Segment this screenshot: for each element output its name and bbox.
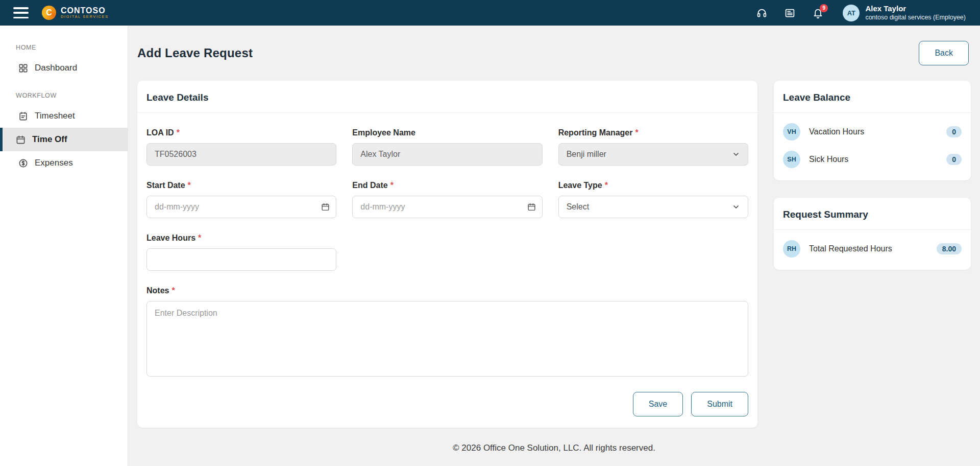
vacation-hours-row: VH Vacation Hours 0 bbox=[774, 118, 971, 146]
user-org: contoso digital services (Employee) bbox=[865, 14, 966, 22]
notes-field: Notes * bbox=[146, 286, 748, 377]
calendar-icon[interactable] bbox=[527, 203, 536, 212]
sidebar-item-expenses[interactable]: Expenses bbox=[0, 151, 128, 175]
required-marker: * bbox=[605, 181, 608, 190]
leave-details-card: Leave Details LOA ID * E bbox=[137, 81, 757, 428]
back-button[interactable]: Back bbox=[919, 41, 969, 65]
leave-type-label: Leave Type bbox=[558, 181, 602, 190]
notes-label: Notes bbox=[146, 286, 169, 295]
reporting-manager-value: Benji miller bbox=[567, 150, 606, 159]
vacation-hours-label: Vacation Hours bbox=[809, 127, 946, 136]
loa-id-field: LOA ID * bbox=[146, 128, 336, 166]
end-date-label: End Date bbox=[352, 181, 387, 190]
hamburger-icon bbox=[13, 7, 29, 9]
main-content: Add Leave Request Back Leave Details LOA… bbox=[128, 26, 980, 466]
sick-hours-value-badge: 0 bbox=[946, 154, 962, 165]
submit-button[interactable]: Submit bbox=[691, 392, 748, 416]
sick-hours-label: Sick Hours bbox=[809, 155, 946, 164]
sidebar-item-timeoff[interactable]: Time Off bbox=[0, 128, 128, 151]
leave-type-field: Leave Type * Select bbox=[558, 181, 748, 218]
time-off-icon bbox=[16, 135, 26, 145]
sick-hours-row: SH Sick Hours 0 bbox=[774, 146, 971, 173]
end-date-input[interactable] bbox=[352, 196, 542, 218]
leave-type-value: Select bbox=[567, 202, 589, 212]
reporting-manager-select[interactable]: Benji miller bbox=[558, 143, 748, 166]
save-button[interactable]: Save bbox=[633, 392, 683, 416]
right-column: Leave Balance VH Vacation Hours 0 SH Sic… bbox=[774, 81, 971, 270]
expenses-dollar-icon bbox=[18, 158, 28, 168]
employee-name-field: Employee Name bbox=[352, 128, 542, 166]
sidebar-section-home: HOME bbox=[0, 39, 128, 56]
brand-name: CONTOSO bbox=[61, 7, 109, 15]
required-marker: * bbox=[188, 181, 191, 190]
sidebar-item-label: Expenses bbox=[35, 158, 73, 168]
menu-toggle-button[interactable] bbox=[13, 7, 29, 18]
contoso-logo: C CONTOSO DIGITAL SERVICES bbox=[42, 6, 109, 20]
user-avatar: AT bbox=[843, 5, 860, 21]
sidebar-item-dashboard[interactable]: Dashboard bbox=[0, 56, 128, 80]
leave-details-title: Leave Details bbox=[146, 92, 748, 103]
top-navbar: C CONTOSO DIGITAL SERVICES 9 AT Alex Tay… bbox=[0, 0, 980, 26]
requested-hours-avatar: RH bbox=[783, 240, 800, 258]
vacation-hours-value-badge: 0 bbox=[946, 126, 962, 137]
user-name: Alex Taylor bbox=[865, 4, 966, 14]
user-menu[interactable]: AT Alex Taylor contoso digital services … bbox=[843, 4, 966, 21]
timesheet-icon bbox=[18, 111, 28, 121]
brand-subtitle: DIGITAL SERVICES bbox=[61, 15, 109, 19]
required-marker: * bbox=[198, 234, 201, 243]
notification-count-badge: 9 bbox=[820, 4, 828, 12]
leave-hours-input[interactable] bbox=[146, 248, 336, 271]
leave-type-select[interactable]: Select bbox=[558, 196, 748, 218]
leave-balance-title: Leave Balance bbox=[783, 92, 962, 103]
request-summary-card: Request Summary RH Total Requested Hours… bbox=[774, 198, 971, 270]
contoso-logo-icon: C bbox=[42, 6, 56, 20]
notes-textarea[interactable] bbox=[146, 301, 748, 377]
reporting-manager-field: Reporting Manager * Benji miller bbox=[558, 128, 748, 166]
sidebar: HOME Dashboard WORKFLOW Timesheet Time O… bbox=[0, 26, 128, 466]
loa-id-input bbox=[146, 143, 336, 166]
support-headset-icon[interactable] bbox=[756, 8, 767, 18]
sidebar-item-timesheet[interactable]: Timesheet bbox=[0, 104, 128, 128]
required-marker: * bbox=[172, 286, 175, 295]
news-icon[interactable] bbox=[785, 8, 795, 18]
footer-copyright: © 2026 Office One Solution, LLC. All rig… bbox=[128, 428, 980, 466]
employee-name-label: Employee Name bbox=[352, 128, 415, 137]
reporting-manager-label: Reporting Manager bbox=[558, 128, 633, 137]
notifications-bell-icon[interactable]: 9 bbox=[813, 8, 823, 18]
required-marker: * bbox=[177, 128, 180, 137]
vacation-hours-avatar: VH bbox=[783, 123, 800, 141]
sidebar-section-workflow: WORKFLOW bbox=[0, 87, 128, 104]
sidebar-item-label: Timesheet bbox=[35, 111, 75, 121]
chevron-down-icon bbox=[732, 203, 740, 211]
start-date-field: Start Date * bbox=[146, 181, 336, 218]
page-title: Add Leave Request bbox=[137, 46, 253, 60]
sick-hours-avatar: SH bbox=[783, 151, 800, 168]
total-requested-hours-label: Total Requested Hours bbox=[809, 244, 937, 253]
required-marker: * bbox=[635, 128, 638, 137]
loa-id-label: LOA ID bbox=[146, 128, 174, 137]
end-date-field: End Date * bbox=[352, 181, 542, 218]
leave-balance-card: Leave Balance VH Vacation Hours 0 SH Sic… bbox=[774, 81, 971, 180]
total-requested-hours-row: RH Total Requested Hours 8.00 bbox=[774, 235, 971, 263]
employee-name-input bbox=[352, 143, 542, 166]
total-requested-hours-badge: 8.00 bbox=[937, 243, 962, 254]
request-summary-title: Request Summary bbox=[783, 209, 962, 220]
leave-hours-field: Leave Hours * bbox=[146, 234, 336, 271]
required-marker: * bbox=[390, 181, 394, 190]
leave-hours-label: Leave Hours bbox=[146, 234, 195, 243]
start-date-label: Start Date bbox=[146, 181, 185, 190]
chevron-down-icon bbox=[732, 150, 740, 158]
dashboard-icon bbox=[18, 63, 28, 73]
start-date-input[interactable] bbox=[146, 196, 336, 218]
sidebar-item-label: Dashboard bbox=[35, 63, 77, 73]
sidebar-item-label: Time Off bbox=[32, 134, 67, 145]
calendar-icon[interactable] bbox=[321, 203, 330, 212]
